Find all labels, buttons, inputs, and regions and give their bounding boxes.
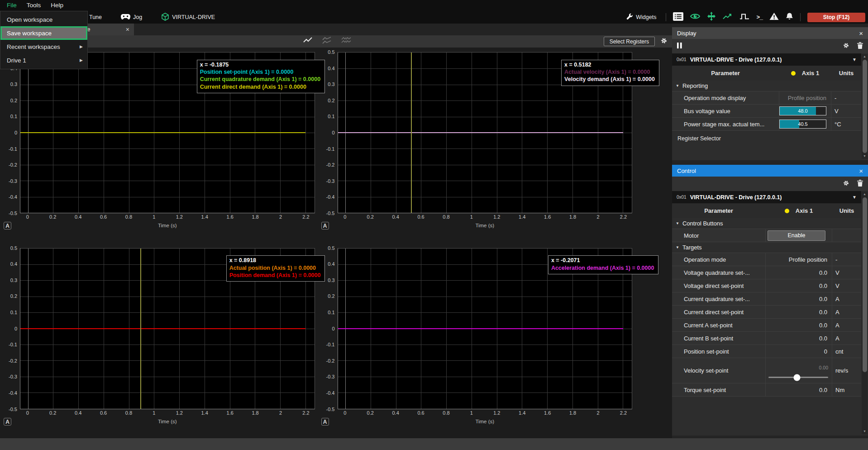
parameter-value[interactable]: 0.0 [765, 383, 832, 396]
scope-chart-icon[interactable] [723, 13, 733, 22]
chevron-down-icon: ▼ [852, 57, 857, 62]
y-tick-label: 0.3 [10, 278, 17, 283]
gear-icon[interactable] [843, 42, 849, 51]
quad-plot-icon[interactable] [341, 37, 351, 46]
plot-area[interactable]: x = 0.8918Actual position (Axis 1) = 0.0… [20, 248, 315, 409]
parameter-row: Current quadrature set-...0.0A [672, 292, 861, 306]
parameter-label: Current B set-point [672, 335, 765, 342]
parameter-value[interactable]: 40.5 [779, 118, 831, 130]
widgets-button[interactable]: Widgets [624, 13, 659, 21]
parameter-value[interactable]: 0.0 [765, 332, 832, 345]
autoscale-button[interactable]: A [321, 418, 329, 426]
plot-area[interactable]: x = 0.5182Actual velocity (Axis 1) = 0.0… [338, 52, 633, 213]
widget-list-icon[interactable] [673, 12, 683, 23]
parameter-row: Voltage quadrature set-...0.0V [672, 266, 861, 279]
autoscale-button[interactable]: A [4, 418, 11, 426]
close-icon[interactable]: × [859, 29, 863, 37]
parameter-value[interactable]: 0.00 [765, 358, 832, 383]
parameter-value[interactable]: 0.0 [765, 266, 832, 279]
y-tick-label: -0.2 [9, 162, 17, 168]
menu-item-open-workspace[interactable]: Open workspace [0, 13, 87, 26]
parameter-unit: cnt [832, 348, 861, 355]
plot-area[interactable]: x = -0.2071Acceleration demand (Axis 1) … [338, 248, 633, 409]
display-widget-header[interactable]: Display × [672, 27, 868, 39]
parameter-value[interactable]: Profile position [765, 253, 832, 266]
move-arrows-icon[interactable] [707, 12, 716, 23]
scroll-down-icon[interactable]: ▼ [862, 429, 868, 434]
scroll-down-icon[interactable]: ▼ [862, 153, 868, 159]
parameter-value[interactable]: Profile position [779, 91, 831, 104]
menu-item-drive-1[interactable]: Drive 1▶ [0, 53, 87, 67]
virtual-drive-button[interactable]: VIRTUAL-DRIVE [158, 13, 218, 22]
gear-icon[interactable] [843, 180, 849, 188]
tooltip-series-line: Current direct demand (Axis 1) = 0.0000 [200, 83, 320, 91]
y-tick-label: -0.3 [326, 374, 335, 379]
drive-cube-icon [161, 13, 169, 22]
stop-button[interactable]: Stop (F12) [807, 13, 865, 22]
x-tick-label: 1.8 [569, 410, 576, 416]
x-axis: 00.20.40.60.811.21.41.61.822.2 [20, 409, 315, 416]
tooltip-series-line: Position demand (Axis 1) = 0.0000 [229, 272, 321, 279]
x-tick-label: 1.2 [176, 410, 183, 416]
register-selector-link[interactable]: Register Selector [672, 131, 861, 146]
parameter-value[interactable]: 0.0 [765, 306, 832, 318]
single-plot-icon[interactable] [303, 37, 312, 46]
scroll-thumb[interactable] [863, 197, 867, 372]
terminal-icon[interactable]: >_ [756, 14, 763, 21]
warning-icon[interactable] [769, 12, 779, 22]
select-registers-button[interactable]: Select Registers [604, 37, 655, 46]
parameter-value[interactable]: 0.0 [765, 292, 832, 305]
parameter-value[interactable]: Enable [765, 229, 832, 242]
section-header-reporting[interactable]: ▼Reporting [672, 81, 861, 91]
velocity-slider[interactable] [768, 377, 828, 378]
x-tick-label: 0.6 [417, 214, 424, 220]
drive-selector[interactable]: 0x01 VIRTUAL-DRIVE - Drive (127.0.0.1) ▼ [672, 191, 861, 203]
scroll-up-icon[interactable]: ▲ [862, 54, 868, 59]
close-icon[interactable]: × [859, 167, 863, 175]
section-header-control-buttons[interactable]: ▼Control Buttons [672, 218, 861, 229]
menu-item-save-workspace[interactable]: Save workspace [0, 26, 87, 40]
drive-selector[interactable]: 0x01 VIRTUAL-DRIVE - Drive (127.0.0.1) ▼ [672, 53, 861, 66]
square-wave-icon[interactable] [739, 13, 749, 22]
parameter-value[interactable]: 0.0 [765, 319, 832, 331]
control-scrollbar[interactable]: ▲ ▼ [862, 191, 868, 434]
cursor-line[interactable] [140, 249, 141, 409]
menu-help[interactable]: Help [46, 0, 68, 11]
y-tick-label: 0.1 [10, 114, 17, 119]
trash-icon[interactable] [857, 180, 863, 188]
control-widget-header[interactable]: Control × [672, 165, 868, 177]
parameter-unit: V [832, 282, 861, 289]
wrench-icon [626, 13, 633, 21]
jog-button[interactable]: Jog [118, 14, 145, 21]
slider-thumb[interactable] [794, 374, 801, 381]
scope-settings-gear-icon[interactable] [660, 37, 668, 46]
trash-icon[interactable] [857, 42, 863, 51]
parameter-value[interactable]: 0 [765, 345, 832, 358]
menu-file[interactable]: File [2, 0, 22, 11]
cursor-line[interactable] [411, 53, 412, 213]
y-tick-label: -0.1 [9, 342, 17, 347]
tab-bar: Scope × [0, 24, 672, 35]
plot-area[interactable]: x = -0.1875Position set-point (Axis 1) =… [20, 52, 315, 213]
parameter-value[interactable]: 0.0 [765, 279, 832, 292]
menu-item-recent-workspaces[interactable]: Recent workspaces▶ [0, 40, 87, 53]
pause-icon[interactable] [677, 42, 682, 50]
monitor-eye-icon[interactable] [690, 13, 700, 22]
enable-button[interactable]: Enable [768, 230, 825, 241]
y-tick-label: 0.3 [328, 81, 334, 87]
bell-icon[interactable] [786, 12, 793, 22]
y-tick-label: -0.4 [9, 390, 17, 396]
dual-plot-icon[interactable] [322, 37, 331, 46]
display-scrollbar[interactable]: ▲ ▼ [862, 54, 868, 159]
parameter-value[interactable]: 48.0 [779, 105, 831, 117]
scroll-up-icon[interactable]: ▲ [862, 191, 868, 197]
section-collapse-icon: ▼ [676, 84, 679, 88]
scroll-thumb[interactable] [863, 60, 867, 153]
section-header-targets[interactable]: ▼Targets [672, 242, 861, 253]
signal-trace [338, 328, 623, 329]
parameter-label: Current quadrature set-... [672, 296, 765, 302]
menu-tools[interactable]: Tools [22, 0, 46, 11]
tab-close-icon[interactable]: × [126, 26, 129, 33]
autoscale-button[interactable]: A [4, 222, 11, 230]
autoscale-button[interactable]: A [321, 222, 329, 230]
